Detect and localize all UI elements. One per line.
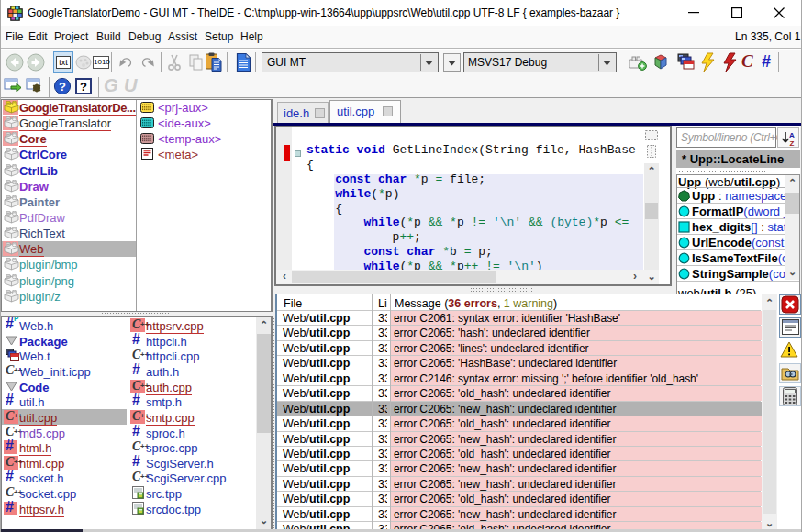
svg-text:Z: Z (790, 139, 795, 147)
svg-text:?: ? (59, 80, 66, 94)
